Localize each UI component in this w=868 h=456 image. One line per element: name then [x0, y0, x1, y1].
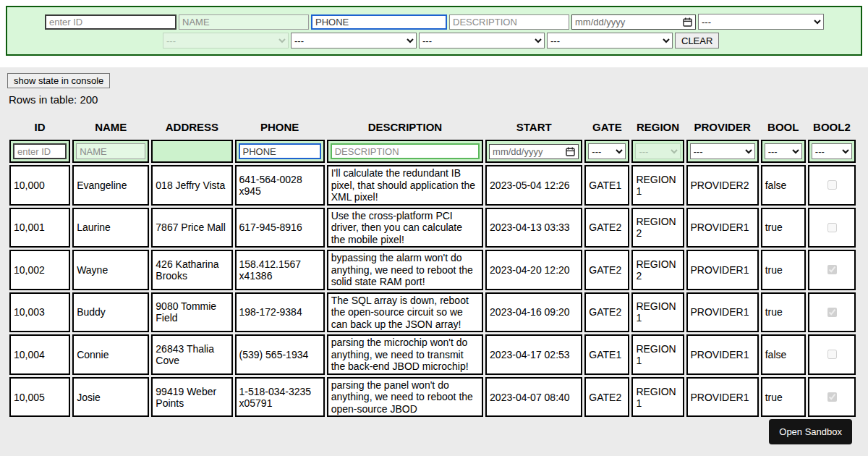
cell-bool2 — [808, 208, 856, 248]
filter-cell-description — [327, 140, 483, 163]
top-region-filter-select[interactable]: --- — [163, 33, 289, 48]
top-id-filter-input[interactable] — [45, 14, 176, 30]
top-bool-filter-select[interactable]: --- — [419, 33, 545, 48]
cell-region: REGION2 — [631, 208, 684, 248]
cell-id: 10,001 — [9, 208, 70, 248]
cell-address: 426 Katharina Brooks — [151, 250, 232, 290]
cell-provider: PROVIDER2 — [686, 165, 759, 206]
show-state-button[interactable]: show state in console — [7, 73, 110, 88]
clear-button[interactable]: CLEAR — [675, 33, 719, 48]
filter-cell-bool2: --- — [808, 140, 856, 163]
filter-cell-gate: --- — [584, 140, 629, 163]
cell-phone: 158.412.1567 x41386 — [235, 250, 325, 290]
cell-description: parsing the panel won't do anything, we … — [327, 377, 483, 418]
table-row: 10,005 Josie 99419 Weber Points 1-518-03… — [9, 377, 856, 418]
filter-cell-bool: --- — [761, 140, 806, 163]
table-row: 10,002 Wayne 426 Katharina Brooks 158.41… — [9, 250, 856, 290]
table-region-filter-select[interactable]: --- — [635, 143, 680, 159]
table-bool2-filter-select[interactable]: --- — [812, 143, 852, 159]
calendar-icon[interactable] — [566, 147, 575, 156]
top-bool2-filter-select[interactable]: --- — [547, 33, 673, 48]
cell-provider: PROVIDER1 — [686, 377, 759, 418]
cell-bool: true — [761, 208, 806, 248]
table-id-filter-input[interactable] — [13, 143, 67, 159]
table-row: 10,001 Laurine 7867 Price Mall 617-945-8… — [9, 208, 856, 248]
cell-bool: true — [761, 250, 806, 290]
cell-gate: GATE2 — [584, 250, 629, 290]
bool2-checkbox[interactable] — [827, 223, 837, 232]
filter-cell-id — [9, 140, 70, 163]
cell-id: 10,005 — [9, 377, 70, 418]
table-bool-filter-select[interactable]: --- — [765, 143, 802, 159]
table-name-filter-input[interactable] — [76, 143, 145, 159]
cell-id: 10,003 — [9, 292, 70, 333]
bool2-checkbox[interactable] — [827, 180, 837, 190]
table-row: 10,004 Connie 26843 Thalia Cove (539) 56… — [9, 334, 856, 375]
cell-description: Use the cross-platform PCI driver, then … — [327, 208, 483, 248]
table-date-filter-input[interactable]: mm/dd/yyyy — [489, 144, 579, 159]
cell-region: REGION1 — [631, 292, 684, 333]
top-phone-filter-input[interactable] — [311, 14, 447, 30]
bool2-checkbox[interactable] — [827, 392, 837, 402]
top-date-filter-input[interactable]: mm/dd/yyyy — [571, 14, 696, 30]
header-gate: GATE — [584, 115, 629, 138]
cell-start: 2023-04-13 03:33 — [485, 208, 582, 248]
cell-name: Laurine — [72, 208, 149, 248]
date-placeholder-text: mm/dd/yyyy — [575, 17, 625, 28]
cell-phone: 1-518-034-3235 x05791 — [235, 377, 325, 418]
cell-start: 2023-05-04 12:26 — [485, 165, 582, 206]
cell-address: 018 Jeffry Vista — [151, 165, 232, 206]
header-bool2: BOOL2 — [808, 115, 856, 138]
cell-address: 99419 Weber Points — [151, 377, 232, 418]
cell-name: Buddy — [72, 292, 149, 333]
filter-cell-address — [151, 140, 232, 163]
cell-gate: GATE2 — [584, 208, 629, 248]
top-filter-row-1: mm/dd/yyyy --- — [45, 14, 861, 30]
header-bool: BOOL — [761, 115, 806, 138]
top-filter-panel: mm/dd/yyyy --- --- --- --- --- — [6, 6, 862, 56]
calendar-icon[interactable] — [683, 17, 692, 27]
cell-bool: true — [761, 292, 806, 333]
table-phone-filter-input[interactable] — [239, 143, 321, 159]
cell-name: Connie — [72, 334, 149, 375]
cell-bool: true — [761, 377, 806, 418]
table-gate-filter-select[interactable]: --- — [588, 143, 626, 159]
header-address: ADDRESS — [151, 115, 232, 138]
top-name-filter-input[interactable] — [179, 14, 309, 30]
filter-cell-region: --- — [631, 140, 684, 163]
cell-id: 10,004 — [9, 334, 70, 375]
open-sandbox-button[interactable]: Open Sandbox — [769, 419, 852, 444]
table-row: 10,003 Buddy 9080 Tommie Field 198-172-9… — [9, 292, 856, 333]
top-gate-filter-select[interactable]: --- — [698, 14, 824, 30]
cell-region: REGION2 — [631, 250, 684, 290]
header-id: ID — [9, 115, 70, 138]
cell-bool2 — [808, 377, 856, 418]
top-description-filter-input[interactable] — [449, 14, 569, 30]
cell-bool2 — [808, 165, 856, 206]
cell-provider: PROVIDER1 — [686, 334, 759, 375]
cell-name: Josie — [72, 377, 149, 418]
bool2-checkbox[interactable] — [827, 350, 837, 359]
cell-bool: false — [761, 334, 806, 375]
filter-cell-start: mm/dd/yyyy — [485, 140, 582, 163]
header-start: START — [485, 115, 582, 138]
table-description-filter-input[interactable] — [331, 143, 480, 159]
top-filter-row-2: --- --- --- --- CLEAR — [163, 33, 861, 48]
rows-count-text: Rows in table: 200 — [9, 93, 861, 106]
cell-bool2 — [808, 250, 856, 290]
bool2-checkbox[interactable] — [827, 265, 837, 274]
top-provider-filter-select[interactable]: --- — [291, 33, 417, 48]
header-name: NAME — [72, 115, 149, 138]
cell-address: 9080 Tommie Field — [151, 292, 232, 333]
cell-gate: GATE2 — [584, 292, 629, 333]
cell-provider: PROVIDER1 — [686, 250, 759, 290]
cell-bool: false — [761, 165, 806, 206]
cell-region: REGION1 — [631, 377, 684, 418]
cell-description: bypassing the alarm won't do anything, w… — [327, 250, 483, 290]
cell-bool2 — [808, 292, 856, 333]
cell-description: I'll calculate the redundant IB pixel, t… — [327, 165, 483, 206]
table-provider-filter-select[interactable]: --- — [690, 143, 755, 159]
cell-id: 10,000 — [9, 165, 70, 206]
bool2-checkbox[interactable] — [827, 308, 837, 317]
table-header-row: ID NAME ADDRESS PHONE DESCRIPTION START … — [9, 115, 856, 138]
